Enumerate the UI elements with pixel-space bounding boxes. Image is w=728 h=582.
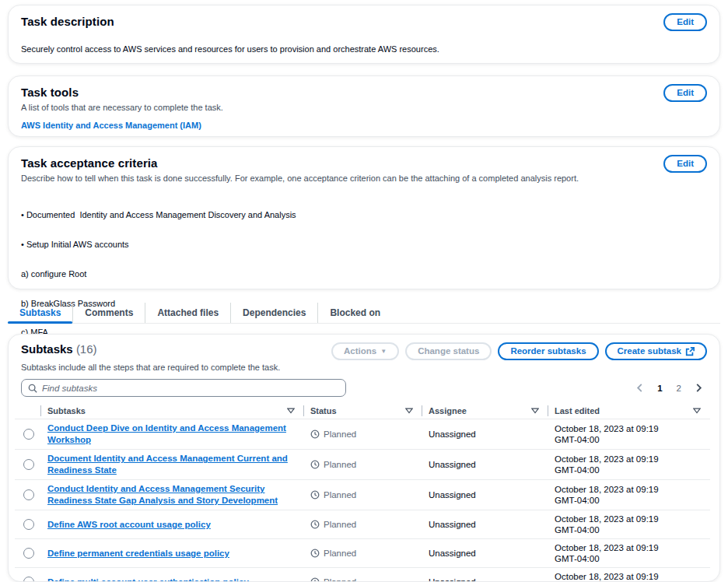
change-status-button[interactable]: Change status xyxy=(405,342,492,360)
last-edited-date: October 18, 2023 at 09:19 xyxy=(555,484,705,495)
actions-button-label: Actions xyxy=(344,344,376,359)
tab-attached-files[interactable]: Attached files xyxy=(145,303,230,323)
last-edited-tz: GMT-04:00 xyxy=(555,434,705,445)
last-edited-date: October 18, 2023 at 09:19 xyxy=(555,454,705,465)
last-edited-date: October 18, 2023 at 09:19 xyxy=(555,542,705,553)
task-tools-card: Task tools Edit A list of tools that are… xyxy=(8,75,720,137)
filter-icon[interactable] xyxy=(693,408,701,414)
assignee-text: Unassigned xyxy=(422,545,548,561)
task-tools-subtitle: A list of tools that are necessary to co… xyxy=(21,103,707,112)
filter-icon[interactable] xyxy=(287,408,295,414)
column-header-assignee[interactable]: Assignee xyxy=(422,405,548,416)
column-header-subtasks[interactable]: Subtasks xyxy=(41,405,304,416)
last-edited-text: October 18, 2023 at 09:19 GMT-04:00 xyxy=(548,451,710,479)
tab-subtasks[interactable]: Subtasks xyxy=(8,303,72,323)
assignee-text: Unassigned xyxy=(422,517,548,532)
column-header-status[interactable]: Status xyxy=(304,405,422,416)
clock-icon xyxy=(310,429,320,439)
subtasks-title-text: Subtasks xyxy=(21,342,73,356)
search-input[interactable] xyxy=(42,384,339,393)
row-radio[interactable] xyxy=(23,429,34,440)
column-label: Subtasks xyxy=(47,406,86,415)
row-radio[interactable] xyxy=(23,577,34,582)
task-tools-title: Task tools xyxy=(21,86,707,99)
last-edited-tz: GMT-04:00 xyxy=(555,495,705,506)
tab-dependencies[interactable]: Dependencies xyxy=(230,303,317,323)
tab-comments[interactable]: Comments xyxy=(72,303,145,323)
tab-blocked-on[interactable]: Blocked on xyxy=(317,303,392,323)
last-edited-tz: GMT-04:00 xyxy=(555,465,705,475)
subtasks-table-header: Subtasks Status Assignee Last edited xyxy=(15,403,710,419)
column-header-last-edited[interactable]: Last edited xyxy=(548,405,710,416)
subtask-link[interactable]: Document Identity and Access Management … xyxy=(47,454,288,475)
subtasks-panel: Subtasks (16) Actions ▼ Change status Re… xyxy=(8,334,720,582)
find-subtasks-searchbox[interactable] xyxy=(21,379,346,397)
edit-tools-button[interactable]: Edit xyxy=(663,84,707,102)
column-label: Status xyxy=(310,406,337,415)
chevron-right-icon xyxy=(695,384,702,392)
clock-icon xyxy=(310,577,320,582)
last-edited-text: October 18, 2023 at 09:19 GMT-04:00 xyxy=(548,568,710,582)
subtask-link[interactable]: Conduct Deep Dive on Identity and Access… xyxy=(47,423,286,444)
iam-tool-link[interactable]: AWS Identity and Access Management (IAM) xyxy=(21,121,201,130)
clock-icon xyxy=(310,520,320,529)
row-radio[interactable] xyxy=(23,489,34,500)
task-description-title: Task description xyxy=(21,15,707,28)
selection-column-header xyxy=(15,405,41,416)
search-icon xyxy=(28,384,37,393)
edit-acceptance-button[interactable]: Edit xyxy=(663,155,707,173)
acceptance-line: • Setup Initial AWS accounts xyxy=(21,240,707,250)
task-acceptance-title: Task acceptance criteria xyxy=(21,156,707,170)
subtasks-actions: Actions ▼ Change status Reorder subtasks… xyxy=(331,342,707,360)
column-label: Assignee xyxy=(429,406,467,415)
create-subtask-button[interactable]: Create subtask xyxy=(605,342,707,360)
table-row: Conduct Identity and Access Management S… xyxy=(15,480,710,510)
external-link-icon xyxy=(685,347,695,356)
reorder-subtasks-button[interactable]: Reorder subtasks xyxy=(498,342,598,360)
status-text: Planned xyxy=(324,429,356,439)
row-radio[interactable] xyxy=(23,519,34,530)
subtask-link[interactable]: Define permanent credentials usage polic… xyxy=(47,549,229,558)
actions-button[interactable]: Actions ▼ xyxy=(331,342,399,360)
clock-icon xyxy=(310,490,320,500)
table-row: Define permanent credentials usage polic… xyxy=(15,539,710,568)
page: Task description Edit Securely control a… xyxy=(0,0,728,582)
task-description-card: Task description Edit Securely control a… xyxy=(8,5,720,64)
last-edited-tz: GMT-04:00 xyxy=(555,553,705,564)
task-description-text: Securely control access to AWS services … xyxy=(21,44,707,54)
task-acceptance-subtitle: Describe how to tell when this task is d… xyxy=(21,174,707,183)
subtask-link[interactable]: Conduct Identity and Access Management S… xyxy=(47,484,278,505)
table-row: Define multi account user authentication… xyxy=(15,568,710,582)
last-edited-text: October 18, 2023 at 09:19 GMT-04:00 xyxy=(548,420,710,448)
next-page-button[interactable] xyxy=(691,382,707,394)
chevron-down-icon: ▼ xyxy=(380,349,387,355)
edit-description-button[interactable]: Edit xyxy=(663,13,707,31)
chevron-left-icon xyxy=(636,384,643,392)
subtask-link[interactable]: Define multi account user authentication… xyxy=(47,577,249,582)
last-edited-text: October 18, 2023 at 09:19 GMT-04:00 xyxy=(548,539,710,567)
create-subtask-label: Create subtask xyxy=(618,344,681,359)
status-text: Planned xyxy=(324,577,356,582)
status-text: Planned xyxy=(324,520,356,529)
prev-page-button[interactable] xyxy=(632,382,648,394)
subtasks-panel-title: Subtasks (16) xyxy=(21,342,97,356)
page-2-button[interactable]: 2 xyxy=(672,382,686,394)
row-radio[interactable] xyxy=(23,548,34,559)
status-text: Planned xyxy=(324,549,356,558)
table-row: Document Identity and Access Management … xyxy=(15,450,710,480)
filter-icon[interactable] xyxy=(531,408,539,414)
status-text: Planned xyxy=(324,460,356,469)
last-edited-tz: GMT-04:00 xyxy=(555,524,705,535)
last-edited-date: October 18, 2023 at 09:19 xyxy=(555,514,705,524)
row-radio[interactable] xyxy=(23,459,34,470)
subtask-link[interactable]: Define AWS root account usage policy xyxy=(47,520,211,529)
last-edited-date: October 18, 2023 at 09:19 xyxy=(555,423,705,434)
status-text: Planned xyxy=(324,490,356,500)
acceptance-line: • Documented Identity and Access Managem… xyxy=(21,210,707,220)
filter-icon[interactable] xyxy=(405,408,413,414)
subtasks-count: (16) xyxy=(76,342,97,356)
assignee-text: Unassigned xyxy=(422,487,548,503)
assignee-text: Unassigned xyxy=(422,457,548,472)
assignee-text: Unassigned xyxy=(422,574,548,582)
page-1-button[interactable]: 1 xyxy=(653,382,667,394)
